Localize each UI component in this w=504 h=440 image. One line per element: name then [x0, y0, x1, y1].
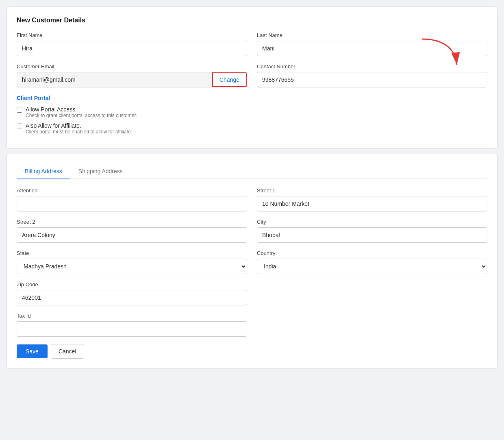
save-button[interactable]: Save: [17, 344, 48, 358]
contact-input[interactable]: [257, 72, 487, 87]
allow-affiliate-checkbox[interactable]: [17, 123, 22, 129]
tab-shipping[interactable]: Shipping Address: [70, 164, 131, 179]
name-row: First Name Last Name: [17, 32, 487, 56]
allow-portal-text: Allow Portal Access.: [26, 106, 137, 113]
tab-billing[interactable]: Billing Address: [17, 164, 70, 179]
city-label: City: [257, 219, 487, 225]
page-title: New Customer Details: [17, 17, 487, 24]
street1-group: Street 1: [257, 187, 487, 211]
portal-section-title: Client Portal: [17, 95, 487, 101]
first-name-group: First Name: [17, 32, 247, 56]
country-label: Country: [257, 250, 487, 256]
allow-affiliate-group: Also Allow for Affiliate. Client portal …: [17, 122, 487, 135]
address-tabs: Billing Address Shipping Address: [17, 164, 487, 179]
street2-label: Street 2: [17, 219, 247, 225]
country-group: Country India: [257, 250, 487, 274]
cancel-button[interactable]: Cancel: [51, 344, 84, 359]
last-name-group: Last Name: [257, 32, 487, 56]
address-card: Billing Address Shipping Address Attenti…: [7, 154, 497, 369]
attention-street1-row: Attention Street 1: [17, 187, 487, 211]
state-country-row: State Madhya Pradesh Country India: [17, 250, 487, 274]
first-name-label: First Name: [17, 32, 247, 38]
change-btn-wrapper: Change: [212, 72, 247, 87]
allow-portal-group: Allow Portal Access. Check to grant clie…: [17, 106, 487, 118]
action-row: Save Cancel: [17, 344, 487, 359]
change-email-button[interactable]: Change: [213, 73, 246, 86]
first-name-input[interactable]: [17, 41, 247, 56]
street1-label: Street 1: [257, 187, 487, 194]
last-name-input[interactable]: [257, 41, 487, 56]
customer-details-card: New Customer Details First Name Last Nam…: [7, 7, 497, 149]
zip-row: Zip Code: [17, 281, 487, 305]
last-name-label: Last Name: [257, 32, 487, 38]
allow-portal-checkbox[interactable]: [17, 107, 22, 113]
state-select[interactable]: Madhya Pradesh: [17, 259, 247, 274]
zip-label: Zip Code: [17, 281, 247, 288]
email-contact-row: Customer Email Change Contact Number: [17, 63, 487, 87]
taxid-input[interactable]: [17, 321, 247, 337]
state-label: State: [17, 250, 247, 256]
country-select[interactable]: India: [257, 259, 487, 274]
taxid-row: Tax Id: [17, 313, 487, 337]
contact-label: Contact Number: [257, 63, 487, 70]
attention-group: Attention: [17, 187, 247, 211]
client-portal-section: Client Portal Allow Portal Access. Check…: [17, 95, 487, 135]
taxid-group: Tax Id: [17, 313, 247, 337]
allow-affiliate-text: Also Allow for Affiliate.: [26, 122, 132, 129]
contact-group: Contact Number: [257, 63, 487, 87]
street1-input[interactable]: [257, 196, 487, 211]
allow-affiliate-label[interactable]: Also Allow for Affiliate. Client portal …: [17, 122, 487, 135]
attention-label: Attention: [17, 187, 247, 194]
email-label: Customer Email: [17, 63, 247, 70]
city-group: City: [257, 219, 487, 243]
allow-portal-label[interactable]: Allow Portal Access. Check to grant clie…: [17, 106, 487, 118]
street2-group: Street 2: [17, 219, 247, 243]
street2-city-row: Street 2 City: [17, 219, 487, 243]
taxid-label: Tax Id: [17, 313, 247, 319]
state-group: State Madhya Pradesh: [17, 250, 247, 274]
attention-input[interactable]: [17, 196, 247, 211]
city-input[interactable]: [257, 227, 487, 243]
street2-input[interactable]: [17, 227, 247, 243]
email-input[interactable]: [17, 72, 212, 87]
zip-group: Zip Code: [17, 281, 247, 305]
email-input-wrapper: Change: [17, 72, 247, 87]
allow-portal-subtext: Check to grant client portal access to t…: [26, 113, 137, 118]
zip-input[interactable]: [17, 290, 247, 305]
email-group: Customer Email Change: [17, 63, 247, 87]
allow-affiliate-subtext: Client portal must be enabled to allow f…: [26, 129, 132, 135]
